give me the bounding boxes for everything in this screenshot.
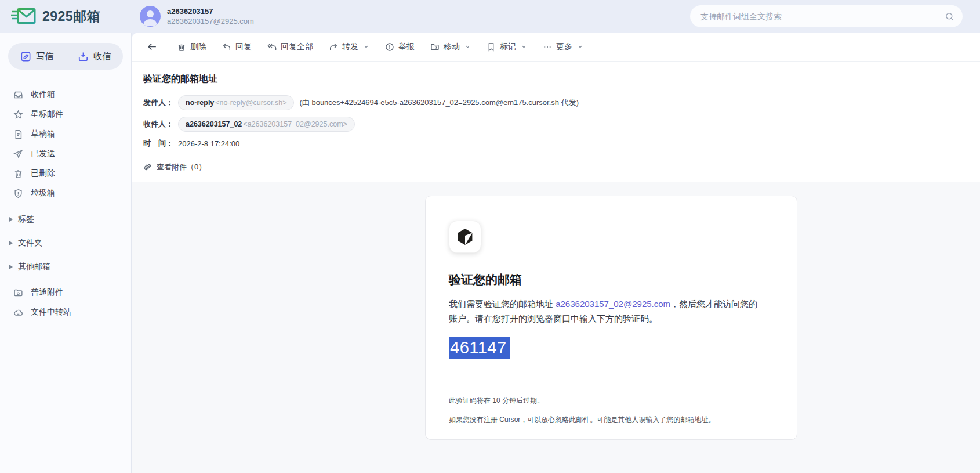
cursor-logo xyxy=(449,221,481,253)
email-paragraph: 我们需要验证您的邮箱地址 a2636203157_02@2925.com，然后您… xyxy=(449,297,758,326)
from-contact-pill[interactable]: no-reply <no-reply@cursor.sh> xyxy=(178,95,294,110)
brand-logo[interactable]: 2925邮箱 xyxy=(0,6,132,26)
sidebar-item-spam[interactable]: 垃圾箱 xyxy=(8,183,123,203)
receive-tray-icon xyxy=(78,51,89,62)
compose-pen-icon xyxy=(20,51,31,62)
chevron-down-icon xyxy=(464,44,471,50)
mark-button[interactable]: 标记 xyxy=(487,42,527,52)
chevron-down-icon xyxy=(363,44,369,50)
back-button[interactable] xyxy=(147,41,158,52)
more-button[interactable]: 更多 xyxy=(543,42,583,52)
report-button[interactable]: 举报 xyxy=(385,42,415,52)
forward-button[interactable]: 转发 xyxy=(329,42,369,52)
to-label: 收件人： xyxy=(143,119,173,129)
account-info[interactable]: a2636203157 a2636203157@2925.com xyxy=(140,6,254,27)
ellipsis-icon xyxy=(543,42,552,52)
sidebar-item-label: 已发送 xyxy=(31,149,55,159)
folder-attachment-icon xyxy=(13,288,23,298)
paperclip-icon xyxy=(143,163,152,172)
sidebar-item-file-transfer[interactable]: 文件中转站 xyxy=(8,302,123,322)
mail-header-fields: 发件人： no-reply <no-reply@cursor.sh> (由 bo… xyxy=(132,85,980,149)
document-icon xyxy=(13,129,23,139)
sidebar-item-label: 星标邮件 xyxy=(31,109,63,120)
sidebar-item-drafts[interactable]: 草稿箱 xyxy=(8,124,123,144)
from-row: 发件人： no-reply <no-reply@cursor.sh> (由 bo… xyxy=(143,95,980,110)
from-label: 发件人： xyxy=(143,98,173,108)
account-name: a2636203157 xyxy=(167,6,254,16)
trash-icon xyxy=(177,42,186,52)
mail-subject: 验证您的邮箱地址 xyxy=(132,62,980,85)
main-panel: 删除 回复 回复全部 转发 举报 xyxy=(132,33,980,473)
sidebar-group-other-mailboxes[interactable]: 其他邮箱 xyxy=(8,255,123,279)
view-attachments-label: 查看附件（0） xyxy=(157,162,206,172)
mail-body-area: 验证您的邮箱 我们需要验证您的邮箱地址 a2636203157_02@2925.… xyxy=(132,182,980,473)
verification-code[interactable]: 461147 xyxy=(449,337,510,359)
sidebar: 写信 收信 收件箱 星标邮件 草稿箱 xyxy=(0,33,132,473)
search-icon[interactable] xyxy=(945,12,954,21)
compose-button[interactable]: 写信 xyxy=(8,51,66,62)
move-label: 移动 xyxy=(444,42,460,52)
sidebar-item-attachments[interactable]: 普通附件 xyxy=(8,283,123,302)
search-input[interactable] xyxy=(700,12,945,21)
chevron-right-icon xyxy=(9,241,13,245)
star-icon xyxy=(13,110,23,120)
sidebar-group-label: 其他邮箱 xyxy=(18,262,50,272)
shield-exclamation-icon xyxy=(13,189,23,198)
time-label: 时 间： xyxy=(143,138,173,149)
expiry-note: 此验证码将在 10 分钟后过期。 xyxy=(449,396,774,406)
from-name: no-reply xyxy=(186,99,214,107)
trash-icon xyxy=(13,169,23,179)
more-label: 更多 xyxy=(556,42,572,52)
reply-all-button[interactable]: 回复全部 xyxy=(267,42,313,52)
sidebar-item-starred[interactable]: 星标邮件 xyxy=(8,104,123,124)
disclaimer-note: 如果您没有注册 Cursor，可以放心忽略此邮件。可能是其他人误输入了您的邮箱地… xyxy=(449,415,774,425)
report-label: 举报 xyxy=(398,42,415,52)
divider xyxy=(449,378,774,378)
compose-label: 写信 xyxy=(36,51,53,62)
compose-group: 写信 收信 xyxy=(8,43,123,70)
reply-button[interactable]: 回复 xyxy=(222,42,252,52)
delete-label: 删除 xyxy=(190,42,206,52)
forward-label: 转发 xyxy=(342,42,358,52)
app: 2925邮箱 a2636203157 a2636203157@2925.com xyxy=(0,0,980,473)
avatar xyxy=(140,6,161,27)
folder-move-icon xyxy=(430,42,440,52)
move-button[interactable]: 移动 xyxy=(430,42,471,52)
email-address-link[interactable]: a2636203157_02@2925.com xyxy=(556,299,670,309)
reply-all-label: 回复全部 xyxy=(281,42,313,52)
account-text: a2636203157 a2636203157@2925.com xyxy=(167,6,254,26)
to-contact-pill[interactable]: a2636203157_02 <a2636203157_02@2925.com> xyxy=(178,117,355,132)
search-bar[interactable] xyxy=(690,5,963,27)
sidebar-group-folders[interactable]: 文件夹 xyxy=(8,231,123,255)
from-address: <no-reply@cursor.sh> xyxy=(215,99,286,107)
receive-button[interactable]: 收信 xyxy=(66,51,123,62)
brand-text: 2925邮箱 xyxy=(42,8,100,26)
delete-button[interactable]: 删除 xyxy=(177,42,206,52)
bookmark-icon xyxy=(487,42,496,52)
reply-all-icon xyxy=(267,42,277,52)
to-name: a2636203157_02 xyxy=(186,120,242,128)
sidebar-item-inbox[interactable]: 收件箱 xyxy=(8,85,123,104)
time-value: 2026-2-8 17:24:00 xyxy=(178,139,239,148)
paper-plane-icon xyxy=(13,149,23,159)
account-email: a2636203157@2925.com xyxy=(167,16,254,26)
sidebar-group-labels[interactable]: 标签 xyxy=(8,207,123,231)
inbox-icon xyxy=(13,90,23,100)
cloud-transfer-icon xyxy=(13,308,23,317)
sidebar-group-label: 标签 xyxy=(18,214,34,225)
sidebar-item-sent[interactable]: 已发送 xyxy=(8,144,123,164)
paragraph-text-before: 我们需要验证您的邮箱地址 xyxy=(449,299,556,309)
to-address: <a2636203157_02@2925.com> xyxy=(243,120,347,128)
forward-icon xyxy=(329,42,338,52)
sidebar-group-label: 文件夹 xyxy=(18,238,42,248)
email-title: 验证您的邮箱 xyxy=(449,272,774,288)
chevron-down-icon xyxy=(577,44,583,50)
sidebar-item-label: 文件中转站 xyxy=(31,307,71,317)
sidebar-item-deleted[interactable]: 已删除 xyxy=(8,164,123,183)
email-content-card: 验证您的邮箱 我们需要验证您的邮箱地址 a2636203157_02@2925.… xyxy=(425,196,797,440)
mark-label: 标记 xyxy=(500,42,516,52)
receive-label: 收信 xyxy=(93,51,111,62)
chevron-down-icon xyxy=(521,44,527,50)
reply-label: 回复 xyxy=(235,42,252,52)
view-attachments-button[interactable]: 查看附件（0） xyxy=(132,149,980,182)
